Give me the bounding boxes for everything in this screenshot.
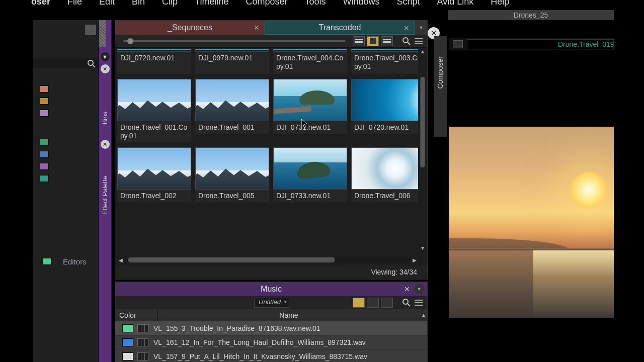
color-swatch[interactable] [122,338,133,346]
clip-item[interactable]: Drone.Travel_005 [195,147,269,202]
menu-composer[interactable]: Composer [245,0,288,7]
composer-viewer[interactable] [449,127,614,318]
sun-icon [571,172,607,208]
composer-rail: Composer [434,36,447,137]
color-swatch[interactable] [40,163,49,170]
close-icon[interactable]: ✕ [254,24,260,32]
tab-dropdown-icon[interactable]: ▼ [415,21,427,35]
script-view-button[interactable] [381,36,393,46]
bin-view-dropdown[interactable]: Untitled [254,298,289,308]
clip-item[interactable]: DJI_0733.new.01 [273,147,347,202]
menu-windows[interactable]: Windows [342,0,381,7]
frame-view-button[interactable] [367,36,379,46]
menu-tools[interactable]: Tools [304,0,327,7]
rail-close-icon[interactable]: ✕ [101,64,110,73]
text-view-button[interactable] [353,298,365,308]
svg-line-1 [93,65,95,67]
color-swatch[interactable] [40,175,49,182]
clip-item[interactable]: DJI_0979.new.01 [195,49,269,74]
menu-file[interactable]: File [66,0,83,7]
clip-item[interactable]: DJI_0731.new.01 [273,79,347,142]
rail-effect-palette-tab[interactable]: Effect Palette [101,176,109,215]
clip-item[interactable]: DJI_0720.new.01 [351,79,418,142]
frame-view-button[interactable] [367,298,379,308]
close-icon[interactable]: ✕ [404,285,410,293]
thumbnail-size-slider[interactable] [118,40,351,42]
color-swatch[interactable] [43,258,52,265]
rail-close-icon[interactable]: ✕ [101,140,110,149]
music-titlebar[interactable]: Music ✕ ▼ [115,282,427,296]
drag-handle-icon[interactable] [99,20,106,47]
color-swatch[interactable] [122,352,133,360]
side-rail: ▼ ✕ Bins ✕ Effect Palette [99,20,112,362]
clip-item[interactable]: Drone.Travel_003.Copy.01 [351,49,418,74]
table-row[interactable]: VL_161_12_In_For_The_Long_Haul_Dufilho_W… [115,335,427,349]
text-view-button[interactable] [353,36,365,46]
menu-timeline[interactable]: Timeline [194,0,229,7]
panel-menu-icon[interactable] [85,26,96,35]
script-view-button[interactable] [381,298,393,308]
dropdown-icon[interactable]: ▼ [414,284,424,294]
clip-item[interactable]: DJI_0720.new.01 [117,49,191,74]
svg-point-2 [403,38,408,43]
scroll-down-icon[interactable]: ▼ [420,245,425,251]
col-name[interactable]: Name [157,309,420,321]
left-search[interactable] [33,58,98,68]
rail-bins-tab[interactable]: Bins [101,112,109,124]
fast-menu-icon[interactable] [413,36,424,46]
table-row[interactable]: VL_157_9_Put_A_Lil_Hitch_In_It_Kvasnosky… [115,349,427,362]
color-swatch[interactable] [40,98,49,105]
clip-label: DJI_0979.new.01 [195,52,269,74]
scroll-right-icon[interactable]: ▶ [411,257,418,263]
scroll-up-icon[interactable]: ▲ [420,49,425,54]
color-swatch[interactable] [40,85,49,93]
editors-label[interactable]: Editors [63,257,87,266]
vertical-scrollbar[interactable]: ▲ ▼ [419,49,426,251]
clip-label: Drone.Travel_004.Copy.01 [273,52,347,74]
search-icon[interactable] [402,298,411,307]
clip-item[interactable]: Drone.Travel_004.Copy.01 [273,49,347,74]
clip-label: Drone.Travel_005 [195,190,269,202]
col-color[interactable]: Color [115,309,157,321]
clip-item[interactable]: Drone.Travel_001 [195,79,269,142]
composer-label: Composer [436,56,444,89]
color-swatch[interactable] [40,110,49,117]
color-swatch[interactable] [122,324,133,332]
scroll-left-icon[interactable]: ◀ [117,257,124,263]
menu-clip[interactable]: Clip [161,0,179,7]
bin-status: Viewing: 34/34 [115,266,427,279]
menu-help[interactable]: Help [490,0,510,7]
composer-clip-name[interactable]: Drone.Travel_019 [467,39,614,49]
clip-name: VL_161_12_In_For_The_Long_Haul_Dufilho_W… [153,338,366,346]
svg-point-0 [88,60,93,65]
clip-label: Drone.Travel_001.Copy.01 [117,121,191,142]
film-icon[interactable] [453,40,463,48]
bin-tabs: _Sequneces ✕ Transcoded ✕ ▼ [115,21,427,35]
tab-sequences[interactable]: _Sequneces ✕ [115,21,265,35]
scroll-thumb[interactable] [420,77,425,167]
close-icon[interactable]: ✕ [404,24,410,32]
color-swatch[interactable] [40,139,49,146]
audio-clip-icon [137,352,148,360]
tab-transcoded[interactable]: Transcoded ✕ [265,21,415,35]
scroll-up-icon[interactable]: ▲ [420,309,427,321]
search-icon[interactable] [402,37,411,46]
table-row[interactable]: VL_155_3_Trouble_In_Paradise_871638.wav.… [115,321,427,335]
menu-bin[interactable]: Bin [131,0,146,7]
menu-edit[interactable]: Edit [98,0,116,7]
color-swatch[interactable] [40,151,49,158]
clip-item[interactable]: Drone.Travel_006 [351,147,418,202]
clip-item[interactable]: Drone.Travel_002 [117,147,191,202]
svg-line-3 [408,42,410,45]
menu-avid-link[interactable]: Avid Link [436,0,475,7]
horizontal-scrollbar[interactable]: ◀ ▶ [117,256,418,264]
clip-label: DJI_0733.new.01 [273,190,347,202]
scroll-thumb[interactable] [128,257,335,262]
menu-script[interactable]: Script [396,0,421,7]
composer-header: Drone.Travel_019 [449,38,614,50]
clip-item[interactable]: Drone.Travel_001.Copy.01 [117,79,191,142]
fast-menu-icon[interactable] [413,298,424,308]
project-title: Drones_25 [448,10,614,20]
rail-toggle-icon[interactable]: ▼ [101,52,110,61]
clip-label: Drone.Travel_002 [117,190,191,202]
